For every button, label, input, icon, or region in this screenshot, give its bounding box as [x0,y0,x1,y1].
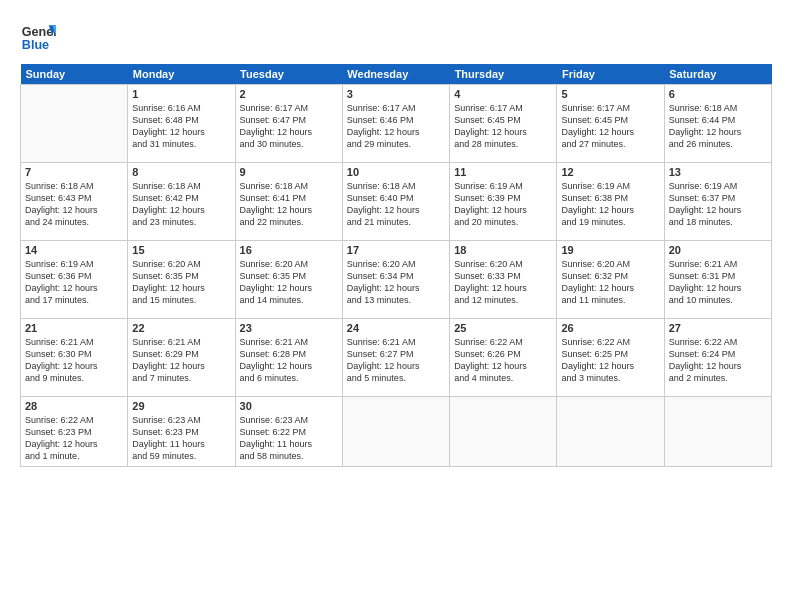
day-number: 9 [240,166,338,178]
calendar-week-2: 7Sunrise: 6:18 AM Sunset: 6:43 PM Daylig… [21,163,772,241]
calendar-cell: 23Sunrise: 6:21 AM Sunset: 6:28 PM Dayli… [235,319,342,397]
calendar-cell: 15Sunrise: 6:20 AM Sunset: 6:35 PM Dayli… [128,241,235,319]
calendar-cell: 3Sunrise: 6:17 AM Sunset: 6:46 PM Daylig… [342,85,449,163]
day-number: 24 [347,322,445,334]
day-number: 11 [454,166,552,178]
day-header-tuesday: Tuesday [235,64,342,85]
cell-info: Sunrise: 6:18 AM Sunset: 6:41 PM Dayligh… [240,180,338,229]
cell-info: Sunrise: 6:18 AM Sunset: 6:42 PM Dayligh… [132,180,230,229]
calendar-cell: 25Sunrise: 6:22 AM Sunset: 6:26 PM Dayli… [450,319,557,397]
cell-info: Sunrise: 6:19 AM Sunset: 6:37 PM Dayligh… [669,180,767,229]
day-number: 20 [669,244,767,256]
cell-info: Sunrise: 6:18 AM Sunset: 6:40 PM Dayligh… [347,180,445,229]
svg-text:Blue: Blue [22,38,49,52]
calendar-week-3: 14Sunrise: 6:19 AM Sunset: 6:36 PM Dayli… [21,241,772,319]
calendar-cell [450,397,557,467]
day-number: 27 [669,322,767,334]
cell-info: Sunrise: 6:20 AM Sunset: 6:35 PM Dayligh… [132,258,230,307]
calendar-cell [342,397,449,467]
day-header-wednesday: Wednesday [342,64,449,85]
cell-info: Sunrise: 6:23 AM Sunset: 6:23 PM Dayligh… [132,414,230,463]
day-number: 14 [25,244,123,256]
cell-info: Sunrise: 6:17 AM Sunset: 6:45 PM Dayligh… [454,102,552,151]
cell-info: Sunrise: 6:21 AM Sunset: 6:31 PM Dayligh… [669,258,767,307]
cell-info: Sunrise: 6:22 AM Sunset: 6:26 PM Dayligh… [454,336,552,385]
day-header-thursday: Thursday [450,64,557,85]
day-number: 25 [454,322,552,334]
calendar-cell: 2Sunrise: 6:17 AM Sunset: 6:47 PM Daylig… [235,85,342,163]
calendar-cell: 29Sunrise: 6:23 AM Sunset: 6:23 PM Dayli… [128,397,235,467]
calendar-cell [21,85,128,163]
cell-info: Sunrise: 6:17 AM Sunset: 6:47 PM Dayligh… [240,102,338,151]
cell-info: Sunrise: 6:19 AM Sunset: 6:39 PM Dayligh… [454,180,552,229]
cell-info: Sunrise: 6:17 AM Sunset: 6:46 PM Dayligh… [347,102,445,151]
header: General Blue [20,18,772,54]
calendar-cell: 28Sunrise: 6:22 AM Sunset: 6:23 PM Dayli… [21,397,128,467]
cell-info: Sunrise: 6:18 AM Sunset: 6:43 PM Dayligh… [25,180,123,229]
day-number: 1 [132,88,230,100]
day-number: 5 [561,88,659,100]
calendar-cell: 8Sunrise: 6:18 AM Sunset: 6:42 PM Daylig… [128,163,235,241]
cell-info: Sunrise: 6:22 AM Sunset: 6:24 PM Dayligh… [669,336,767,385]
calendar-week-1: 1Sunrise: 6:16 AM Sunset: 6:48 PM Daylig… [21,85,772,163]
day-number: 21 [25,322,123,334]
calendar-cell: 30Sunrise: 6:23 AM Sunset: 6:22 PM Dayli… [235,397,342,467]
calendar-cell: 18Sunrise: 6:20 AM Sunset: 6:33 PM Dayli… [450,241,557,319]
calendar-cell: 6Sunrise: 6:18 AM Sunset: 6:44 PM Daylig… [664,85,771,163]
day-number: 2 [240,88,338,100]
cell-info: Sunrise: 6:20 AM Sunset: 6:35 PM Dayligh… [240,258,338,307]
day-number: 12 [561,166,659,178]
cell-info: Sunrise: 6:19 AM Sunset: 6:38 PM Dayligh… [561,180,659,229]
calendar-week-5: 28Sunrise: 6:22 AM Sunset: 6:23 PM Dayli… [21,397,772,467]
day-number: 4 [454,88,552,100]
day-number: 3 [347,88,445,100]
cell-info: Sunrise: 6:18 AM Sunset: 6:44 PM Dayligh… [669,102,767,151]
calendar-cell: 5Sunrise: 6:17 AM Sunset: 6:45 PM Daylig… [557,85,664,163]
day-header-sunday: Sunday [21,64,128,85]
day-header-monday: Monday [128,64,235,85]
day-number: 15 [132,244,230,256]
day-number: 8 [132,166,230,178]
cell-info: Sunrise: 6:23 AM Sunset: 6:22 PM Dayligh… [240,414,338,463]
page: General Blue SundayMondayTuesdayWednesda… [0,0,792,612]
cell-info: Sunrise: 6:22 AM Sunset: 6:25 PM Dayligh… [561,336,659,385]
cell-info: Sunrise: 6:21 AM Sunset: 6:30 PM Dayligh… [25,336,123,385]
calendar-cell: 9Sunrise: 6:18 AM Sunset: 6:41 PM Daylig… [235,163,342,241]
cell-info: Sunrise: 6:17 AM Sunset: 6:45 PM Dayligh… [561,102,659,151]
calendar-cell: 11Sunrise: 6:19 AM Sunset: 6:39 PM Dayli… [450,163,557,241]
day-number: 26 [561,322,659,334]
cell-info: Sunrise: 6:21 AM Sunset: 6:27 PM Dayligh… [347,336,445,385]
cell-info: Sunrise: 6:22 AM Sunset: 6:23 PM Dayligh… [25,414,123,463]
calendar-cell: 22Sunrise: 6:21 AM Sunset: 6:29 PM Dayli… [128,319,235,397]
day-number: 29 [132,400,230,412]
calendar-cell [557,397,664,467]
day-number: 16 [240,244,338,256]
calendar-cell: 17Sunrise: 6:20 AM Sunset: 6:34 PM Dayli… [342,241,449,319]
cell-info: Sunrise: 6:21 AM Sunset: 6:28 PM Dayligh… [240,336,338,385]
cell-info: Sunrise: 6:16 AM Sunset: 6:48 PM Dayligh… [132,102,230,151]
day-number: 28 [25,400,123,412]
calendar-cell: 13Sunrise: 6:19 AM Sunset: 6:37 PM Dayli… [664,163,771,241]
calendar-cell: 1Sunrise: 6:16 AM Sunset: 6:48 PM Daylig… [128,85,235,163]
calendar-cell: 19Sunrise: 6:20 AM Sunset: 6:32 PM Dayli… [557,241,664,319]
calendar-cell: 14Sunrise: 6:19 AM Sunset: 6:36 PM Dayli… [21,241,128,319]
day-number: 7 [25,166,123,178]
logo: General Blue [20,18,56,54]
calendar-cell: 4Sunrise: 6:17 AM Sunset: 6:45 PM Daylig… [450,85,557,163]
calendar-cell [664,397,771,467]
day-number: 23 [240,322,338,334]
calendar-cell: 21Sunrise: 6:21 AM Sunset: 6:30 PM Dayli… [21,319,128,397]
calendar-table: SundayMondayTuesdayWednesdayThursdayFrid… [20,64,772,467]
calendar-cell: 7Sunrise: 6:18 AM Sunset: 6:43 PM Daylig… [21,163,128,241]
day-number: 18 [454,244,552,256]
logo-icon: General Blue [20,18,56,54]
calendar-cell: 27Sunrise: 6:22 AM Sunset: 6:24 PM Dayli… [664,319,771,397]
day-number: 19 [561,244,659,256]
calendar-cell: 24Sunrise: 6:21 AM Sunset: 6:27 PM Dayli… [342,319,449,397]
day-number: 6 [669,88,767,100]
calendar-cell: 20Sunrise: 6:21 AM Sunset: 6:31 PM Dayli… [664,241,771,319]
cell-info: Sunrise: 6:20 AM Sunset: 6:34 PM Dayligh… [347,258,445,307]
cell-info: Sunrise: 6:20 AM Sunset: 6:33 PM Dayligh… [454,258,552,307]
day-number: 17 [347,244,445,256]
day-header-saturday: Saturday [664,64,771,85]
